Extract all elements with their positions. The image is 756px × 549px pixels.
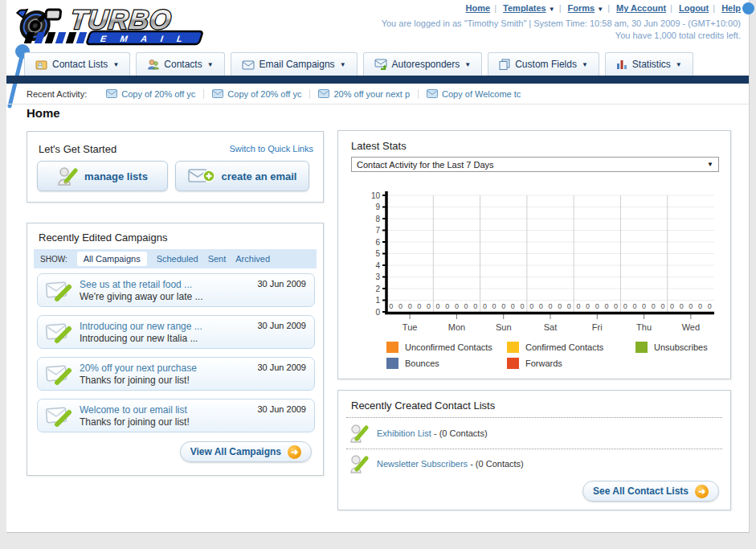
turbo-email-logo: E M A I L TURBO xyxy=(14,3,215,51)
manage-lists-button[interactable]: manage lists xyxy=(37,161,168,191)
svg-text:0: 0 xyxy=(708,302,712,310)
see-all-contact-lists-button[interactable]: See All Contact Lists ➜ xyxy=(582,481,719,502)
envelope-pencil-icon xyxy=(46,280,73,302)
svg-text:0: 0 xyxy=(389,302,393,310)
contact-lists-panel: Recently Created Contact Lists Exhibitio… xyxy=(337,390,731,510)
tab-custom-fields[interactable]: Custom Fields▼ xyxy=(488,52,599,76)
svg-text:7: 7 xyxy=(375,226,380,235)
legend-item: Bounces xyxy=(386,358,507,369)
campaign-subtitle: Introducing our new Italia ... xyxy=(80,333,198,344)
legend-swatch-unsubscribes xyxy=(635,342,648,353)
custom-fields-icon xyxy=(499,59,510,70)
svg-text:Fri: Fri xyxy=(592,322,603,332)
svg-text:0: 0 xyxy=(501,302,505,310)
nav-separator: | xyxy=(670,3,672,13)
chevron-down-icon: ▼ xyxy=(676,61,682,68)
login-info: You are logged in as "Timothy Smith" | S… xyxy=(382,18,741,42)
contact-list-count: - (0 Contacts) xyxy=(468,459,524,469)
envelope-icon xyxy=(106,89,117,98)
recent-activity-text: Copy of 20% off yc xyxy=(227,89,301,99)
top-navigation: Home| Templates ▼| Forms ▼| My Account| … xyxy=(466,3,741,13)
svg-text:0: 0 xyxy=(427,302,431,310)
campaign-row[interactable]: 20% off your next purchase Thanks for jo… xyxy=(37,357,315,391)
contact-pencil-icon xyxy=(57,166,78,186)
svg-text:0: 0 xyxy=(689,302,693,310)
nav-separator: | xyxy=(494,3,497,13)
contacts-icon xyxy=(147,59,159,70)
contact-pencil-icon xyxy=(349,423,369,444)
svg-text:5: 5 xyxy=(375,249,380,258)
recent-activity-item[interactable]: 20% off your next p xyxy=(310,89,419,99)
envelope-icon xyxy=(427,89,438,98)
contact-list-name-link[interactable]: Exhibition List xyxy=(377,428,431,438)
stats-select-value: Contact Activity for the Last 7 Days xyxy=(357,160,494,170)
view-all-campaigns-label: View All Campaigns xyxy=(190,446,281,457)
nav-my-account-link[interactable]: My Account xyxy=(616,3,666,13)
chevron-down-icon: ▼ xyxy=(707,161,713,168)
nav-home-link[interactable]: Home xyxy=(466,3,491,13)
contact-activity-chart: 01234567891000000Tue00000Mon00000Sun0000… xyxy=(358,189,717,341)
campaign-subtitle: Thanks for joining our list! xyxy=(80,416,190,428)
view-all-campaigns-button[interactable]: View All Campaigns ➜ xyxy=(180,441,312,462)
email-campaigns-icon xyxy=(242,59,255,70)
tab-contact-lists[interactable]: Contact Lists▼ xyxy=(24,52,130,76)
legend-label: Bounces xyxy=(405,358,439,368)
contact-lists-icon xyxy=(35,59,47,70)
footer-strip xyxy=(0,533,756,549)
nav-logout-link[interactable]: Logout xyxy=(679,3,709,13)
create-email-button[interactable]: create an email xyxy=(175,161,309,191)
campaign-title-link[interactable]: Welcome to our email list xyxy=(80,404,187,416)
campaign-title-link[interactable]: 20% off your next purchase xyxy=(80,363,197,374)
campaign-row[interactable]: Introducing our new range ... Introducin… xyxy=(37,315,315,349)
svg-text:0: 0 xyxy=(576,302,580,310)
svg-text:0: 0 xyxy=(398,302,403,310)
campaign-row[interactable]: See us at the retail food ... We're givi… xyxy=(37,273,315,307)
nav-help-link[interactable]: Help xyxy=(721,3,741,13)
filter-archived[interactable]: Archived xyxy=(235,254,270,264)
campaign-row[interactable]: Welcome to our email list Thanks for joi… xyxy=(37,399,315,432)
nav-forms-link[interactable]: Forms xyxy=(568,3,595,13)
recent-activity-label: Recent Activity: xyxy=(27,89,87,99)
latest-stats-panel: Latest Stats Contact Activity for the La… xyxy=(337,130,731,379)
svg-text:0: 0 xyxy=(417,302,421,310)
filter-scheduled[interactable]: Scheduled xyxy=(157,254,198,264)
recent-activity-item[interactable]: Copy of 20% off yc xyxy=(98,89,204,99)
campaign-title-link[interactable]: Introducing our new range ... xyxy=(80,321,202,332)
tab-contacts[interactable]: Contacts▼ xyxy=(136,52,224,76)
svg-text:0: 0 xyxy=(558,302,562,310)
switch-quick-links-link[interactable]: Switch to Quick Links xyxy=(229,144,313,154)
contact-list-count: - (0 Contacts) xyxy=(431,428,488,438)
page-title: Home xyxy=(27,106,60,120)
contact-list-name-link[interactable]: Newsletter Subscribers xyxy=(377,459,468,469)
recent-activity-text: Copy of 20% off yc xyxy=(121,89,195,99)
dotted-divider xyxy=(346,417,722,418)
logged-in-text: You are logged in as "Timothy Smith" | S… xyxy=(382,18,741,30)
contact-list-row[interactable]: Newsletter Subscribers - (0 Contacts) xyxy=(349,453,524,474)
tab-autoresponders[interactable]: Autoresponders▼ xyxy=(363,52,483,76)
contact-list-row[interactable]: Exhibition List - (0 Contacts) xyxy=(349,423,488,444)
legend-item: Unsubscribes xyxy=(635,342,740,353)
campaign-title-link[interactable]: See us at the retail food ... xyxy=(80,279,192,290)
svg-text:0: 0 xyxy=(642,302,646,310)
envelope-pencil-icon xyxy=(46,405,73,428)
recent-activity-item[interactable]: Copy of 20% off yc xyxy=(204,89,310,99)
see-all-contact-lists-label: See All Contact Lists xyxy=(593,485,689,497)
stats-period-select[interactable]: Contact Activity for the Last 7 Days ▼ xyxy=(351,157,719,172)
tab-label: Contact Lists xyxy=(52,59,108,70)
tab-email-campaigns[interactable]: Email Campaigns▼ xyxy=(231,52,358,76)
filter-all-campaigns[interactable]: All Campaigns xyxy=(77,252,147,266)
recent-activity-item[interactable]: Copy of Welcome tc xyxy=(419,89,529,99)
contact-lists-title: Recently Created Contact Lists xyxy=(351,399,495,412)
get-started-panel: Let's Get Started Switch to Quick Links … xyxy=(27,131,324,203)
svg-text:0: 0 xyxy=(623,302,627,310)
campaigns-title: Recently Edited Campaigns xyxy=(39,231,167,244)
tab-statistics[interactable]: Statistics▼ xyxy=(605,52,693,76)
nav-templates-link[interactable]: Templates xyxy=(503,3,546,13)
show-label: SHOW: xyxy=(40,255,67,264)
campaign-date: 30 Jun 2009 xyxy=(257,321,306,330)
help-bubble-icon[interactable] xyxy=(742,2,754,14)
navy-divider-bar xyxy=(6,76,749,84)
filter-sent[interactable]: Sent xyxy=(208,254,227,264)
arrow-right-icon: ➜ xyxy=(288,445,301,459)
svg-text:0: 0 xyxy=(473,302,477,310)
